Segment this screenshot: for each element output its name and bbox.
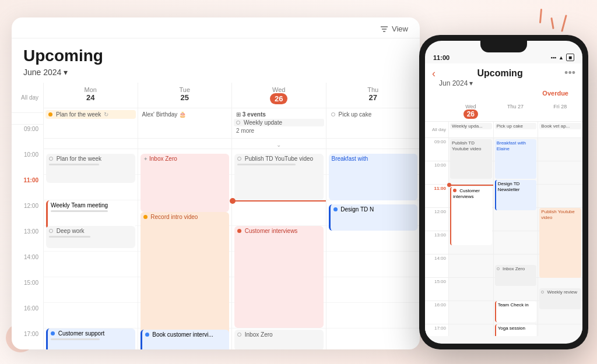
phone-day-wed: Wed 26 [448, 103, 493, 121]
more-button[interactable]: ••• [564, 67, 575, 79]
plan-week-event[interactable]: Plan for the week [46, 154, 135, 183]
phone-allday-wed-event[interactable]: Weekly upda... [450, 123, 492, 129]
p-time-12: 12:00 [425, 208, 448, 231]
phone-time: 11:00 [433, 54, 449, 61]
phone-scroll-area: 09:00 10:00 11:00 12:00 13:00 14:00 15:0… [425, 138, 582, 336]
expand-icon[interactable]: ⌄ [276, 142, 281, 148]
view-label: View [392, 24, 408, 33]
design-td-event[interactable]: Design TD N [329, 204, 418, 231]
p-pyt-label: Publish Youtube video [541, 209, 574, 220]
inbox-zero-wed-label: Inbox Zero [245, 331, 273, 338]
record-intro-label: Record intro video [150, 214, 198, 220]
signal-icon: ▪▪▪ [550, 55, 556, 61]
day-headers: Mon 24 Tue 25 Wed 26 Thu 27 [44, 83, 420, 108]
publish-td-event[interactable]: Publish TD YouTube video [234, 154, 324, 200]
p-time-14: 14:00 [425, 255, 448, 278]
customer-support-event[interactable]: Customer support [46, 328, 135, 349]
orange-dot [48, 112, 52, 116]
p-time-09: 09:00 [425, 138, 448, 161]
allday-thu: Pick up cake [326, 108, 420, 138]
deep-dot [49, 229, 53, 233]
p-publish-td[interactable]: Publish TD Youtube video [450, 139, 492, 179]
day-header-tue: Tue 25 [138, 83, 233, 108]
phone-allday-thu: Pick up cake [493, 122, 538, 137]
phone-day-headers: Wed 26 Thu 27 Fri 28 [425, 103, 582, 122]
record-intro-event[interactable]: Record intro video [141, 212, 230, 340]
weekly-update-label: Weekly update [244, 119, 282, 126]
back-button[interactable]: ‹ [432, 68, 436, 79]
weekly-team-event[interactable]: Weekly Team meeting [46, 200, 135, 229]
phone-month-label: Jun 2024 [439, 79, 468, 87]
phone-screen: 11:00 ▪▪▪ ▲ ■ ‹ Upcoming ••• Jun 2024 ▾ [425, 41, 582, 344]
phone-time-col: 09:00 10:00 11:00 12:00 13:00 14:00 15:0… [425, 138, 448, 336]
p-customer-int[interactable]: Customer interviews [450, 187, 492, 245]
allday-row: Plan for the week ↻ Alex' Birthday 🎂 ⊞ 3… [44, 108, 420, 139]
phone-status-icons: ▪▪▪ ▲ ■ [550, 54, 574, 61]
phone-day-cols: Publish TD Youtube video Customer interv… [448, 138, 582, 336]
phone-allday-wed: Weekly upda... [448, 122, 493, 137]
pickup-cake-event[interactable]: Pick up cake [328, 110, 419, 119]
book-customer-event[interactable]: Book customer intervi... [141, 330, 230, 349]
view-button[interactable]: View [380, 24, 408, 33]
day-num-tue: 25 [141, 93, 230, 102]
p-team-checkin[interactable]: Team Check in [495, 301, 537, 322]
phone-day-fri: Fri 28 [538, 103, 582, 121]
inbox-zero-wed-event[interactable]: Inbox Zero [234, 330, 324, 349]
ci-dot [237, 229, 241, 233]
more-events[interactable]: 2 more [234, 127, 324, 135]
time-10: 10:00 [12, 150, 43, 176]
share-team-label: Plan for the week [56, 111, 101, 118]
plan-dot [49, 157, 53, 161]
day-header-wed: Wed 26 [232, 83, 326, 108]
phone-notch [480, 41, 527, 52]
phone-col-wed: Publish TD Youtube video Customer interv… [448, 138, 493, 336]
day-num-wed: 26 [234, 93, 324, 104]
p-weekly-review[interactable]: Weekly review [539, 288, 581, 309]
customer-interviews-event[interactable]: Customer interviews [234, 226, 324, 328]
customer-interviews-label: Customer interviews [245, 228, 298, 234]
phone-allday-label: All day [425, 122, 448, 137]
inbox-zero-tue-event[interactable]: ✦ Inbox Zero [141, 154, 230, 212]
day-col-thu: Breakfast with Design TD N [326, 149, 420, 349]
phone-chevron-icon: ▾ [469, 79, 473, 87]
deep-work-event[interactable]: Deep work [46, 226, 135, 248]
p-time-17: 17:00 [425, 324, 448, 336]
phone-month-selector[interactable]: Jun 2024 ▾ [432, 79, 575, 90]
cs-dot [51, 331, 55, 335]
time-line-dot [230, 198, 236, 204]
time-17: 17:00 [12, 330, 43, 349]
allday-label: All day [12, 83, 43, 113]
p-yoga[interactable]: Yoga session [495, 324, 537, 336]
birthday-event[interactable]: Alex' Birthday 🎂 [140, 110, 230, 119]
p-publish-yt[interactable]: Publish Youtube video [539, 208, 581, 278]
phone-allday-row: All day Weekly upda... Pick up cake Book… [425, 122, 582, 138]
weekly-update-event[interactable]: Weekly update [234, 119, 324, 126]
p-ci-dot [453, 189, 456, 192]
time-16: 16:00 [12, 304, 43, 330]
p-wr-label: Weekly review [547, 289, 577, 295]
p-time-13: 13:00 [425, 231, 448, 255]
time-15: 15:00 [12, 278, 43, 304]
month-selector[interactable]: June 2024 ▾ [23, 68, 408, 77]
filter-icon [380, 25, 388, 33]
phone-header-row: ‹ Upcoming ••• [432, 67, 575, 79]
dt-dot [333, 207, 338, 211]
p-inbox-zero[interactable]: Inbox Zero [495, 265, 537, 286]
p-breakfast[interactable]: Breakfast with Elaine [495, 139, 537, 179]
phone-allday-fri-event[interactable]: Book vet ap... [539, 123, 581, 129]
customer-support-label: Customer support [58, 330, 104, 337]
day-num-thu: 27 [329, 93, 418, 102]
phone-allday-thu-event[interactable]: Pick up cake [495, 123, 537, 129]
share-team-event[interactable]: Plan for the week ↻ [45, 110, 136, 119]
expand-row: ⌄ [44, 139, 420, 149]
top-bar: View [12, 17, 420, 38]
calendar-grid: All day 09:00 10:00 11:00 12:00 13:00 14… [12, 83, 420, 349]
p-design-td[interactable]: Design TD Newsletter [495, 180, 537, 210]
phone-day-thu: Thu 27 [493, 103, 538, 121]
breakfast-event[interactable]: Breakfast with [329, 154, 418, 200]
publish-dot [237, 157, 241, 161]
today-badge: 26 [270, 93, 287, 104]
book-dot [145, 333, 149, 337]
battery-icon: ■ [566, 54, 574, 61]
deep-work-label: Deep work [57, 228, 85, 234]
